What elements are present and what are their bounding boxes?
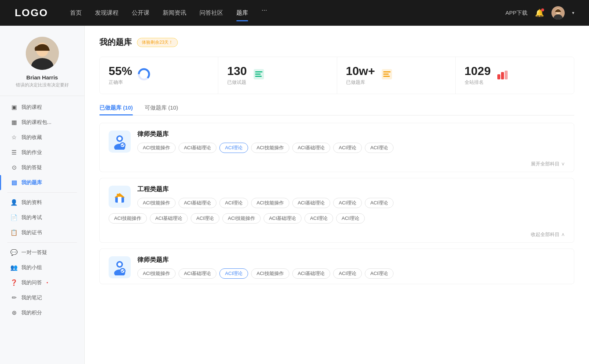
bank-2-tags: ACI技能操作 ACI基础理论 ACI理论 ACI技能操作 ACI基础理论 AC…: [137, 268, 565, 279]
tab-available-banks[interactable]: 可做题库 (10): [145, 104, 178, 115]
bank-0-tag-4[interactable]: ACI基础理论: [292, 143, 331, 153]
bank-card-1: 工程类题库 ACI技能操作 ACI基础理论 ACI理论 ACI技能操作 ACI基…: [99, 178, 574, 243]
bank-card-2: 律师类题库 ACI技能操作 ACI基础理论 ACI理论 ACI技能操作 ACI基…: [99, 249, 574, 284]
bank-2-tag-5[interactable]: ACI理论: [333, 268, 362, 279]
bank-2-tag-2[interactable]: ACI理论: [219, 268, 248, 279]
svg-rect-15: [383, 76, 390, 77]
sidebar-item-my-points[interactable]: ⊛ 我的积分: [0, 305, 84, 320]
nav-news[interactable]: 新闻资讯: [163, 6, 186, 20]
sidebar-item-my-course[interactable]: ▣ 我的课程: [0, 100, 84, 115]
bank-1-title: 工程类题库: [137, 185, 565, 193]
sidebar-item-favorites[interactable]: ☆ 我的收藏: [0, 130, 84, 145]
bank-0-tags: ACI技能操作 ACI基础理论 ACI理论 ACI技能操作 ACI基础理论 AC…: [137, 143, 565, 153]
bank-0-tag-1[interactable]: ACI基础理论: [179, 143, 217, 153]
bank-1-tag-6[interactable]: ACI理论: [365, 198, 394, 208]
bank-1-tag-1[interactable]: ACI基础理论: [179, 198, 217, 208]
sidebar-item-question-bank[interactable]: ▤ 我的题库: [0, 175, 84, 190]
sidebar-item-my-cert[interactable]: 📋 我的证书: [0, 225, 84, 240]
bank-1-tag-0[interactable]: ACI技能操作: [137, 198, 176, 208]
bank-1-extra-tag-4[interactable]: ACI基础理论: [264, 213, 302, 224]
app-download-link[interactable]: APP下载: [505, 10, 528, 17]
svg-rect-25: [118, 197, 121, 203]
question-badge: ●: [46, 281, 48, 284]
bank-1-tag-3[interactable]: ACI技能操作: [251, 198, 289, 208]
nav-qa[interactable]: 问答社区: [200, 6, 223, 20]
question-bank-icon: ▤: [10, 179, 18, 186]
avatar-image: [551, 6, 565, 19]
stat-done-label: 已做试题: [227, 79, 247, 86]
bank-1-footer: 收起全部科目 ∧: [100, 229, 574, 242]
bank-1-tag-5[interactable]: ACI理论: [333, 198, 362, 208]
navbar-right: APP下载 🔔 ▾: [505, 6, 574, 19]
bank-1-extra-tag-0[interactable]: ACI技能操作: [109, 213, 147, 224]
notification-dot: [541, 8, 544, 11]
avatar[interactable]: [551, 6, 565, 19]
stat-rank-icon: [496, 68, 509, 83]
avatar-caret[interactable]: ▾: [572, 10, 574, 15]
nav-qbank[interactable]: 题库: [236, 6, 248, 20]
bank-card-2-header: 律师类题库 ACI技能操作 ACI基础理论 ACI理论 ACI技能操作 ACI基…: [100, 249, 574, 284]
bank-0-icon: [109, 131, 131, 153]
bank-1-icon: [109, 186, 131, 208]
sidebar-divider-1: [7, 192, 77, 193]
bank-2-icon: [109, 256, 131, 278]
svg-rect-17: [501, 72, 504, 79]
bank-2-title: 律师类题库: [137, 256, 565, 264]
bank-1-extra-tag-5[interactable]: ACI理论: [304, 213, 333, 224]
expand-bank-0[interactable]: 展开全部科目 ∨: [531, 161, 565, 167]
bank-2-tag-1[interactable]: ACI基础理论: [179, 268, 217, 279]
course-package-icon: ▦: [10, 119, 18, 126]
svg-point-29: [118, 263, 121, 266]
stat-rank: 1029 全站排名: [456, 57, 574, 94]
nav-open-course[interactable]: 公开课: [132, 6, 149, 20]
bank-1-extra-tag-6[interactable]: ACI理论: [336, 213, 365, 224]
bank-0-tag-6[interactable]: ACI理论: [365, 143, 394, 153]
sidebar-item-my-group[interactable]: 👥 我的小组: [0, 260, 84, 275]
bank-1-tag-2[interactable]: ACI理论: [219, 198, 248, 208]
sidebar-divider-2: [7, 242, 77, 243]
bank-2-tag-3[interactable]: ACI技能操作: [251, 268, 289, 279]
logo[interactable]: LOGO: [15, 7, 48, 19]
stat-done-icon: [252, 68, 265, 83]
sidebar-item-homework[interactable]: ☰ 我的作业: [0, 145, 84, 160]
bank-1-extra-tag-2[interactable]: ACI理论: [191, 213, 219, 224]
sidebar-item-my-qa[interactable]: ⊙ 我的答疑: [0, 160, 84, 175]
sidebar-item-my-questions[interactable]: ❓ 我的问答 ●: [0, 275, 84, 290]
bank-2-tag-6[interactable]: ACI理论: [365, 268, 394, 279]
my-cert-icon: 📋: [10, 229, 18, 236]
sidebar-item-my-exam[interactable]: 📄 我的考试: [0, 210, 84, 225]
sidebar-item-my-notes[interactable]: ✏ 我的笔记: [0, 290, 84, 305]
stats-row: 55% 正确率 130 已做试题: [99, 57, 574, 94]
bank-0-tag-2[interactable]: ACI理论: [219, 143, 248, 153]
svg-rect-13: [383, 71, 391, 72]
sidebar-item-course-package[interactable]: ▦ 我的课程包...: [0, 115, 84, 130]
collapse-bank-1[interactable]: 收起全部科目 ∧: [531, 232, 565, 237]
nav-home[interactable]: 首页: [70, 6, 82, 20]
bank-card-1-extra: ACI技能操作 ACI基础理论 ACI理论 ACI技能操作 ACI基础理论 AC…: [100, 213, 574, 229]
bank-card-0-header: 律师类题库 ACI技能操作 ACI基础理论 ACI理论 ACI技能操作 ACI基…: [100, 123, 574, 158]
tab-done-banks[interactable]: 已做题库 (10): [99, 104, 133, 115]
nav-more[interactable]: ···: [261, 6, 267, 20]
sidebar-item-my-material[interactable]: 👤 我的资料: [0, 195, 84, 210]
stat-rank-label: 全站排名: [465, 79, 491, 86]
sidebar-item-one-on-one[interactable]: 💬 一对一答疑: [0, 245, 84, 260]
bank-1-tag-4[interactable]: ACI基础理论: [292, 198, 331, 208]
profile-avatar: [26, 37, 59, 70]
stat-banks-label: 已做题库: [346, 79, 375, 86]
bank-2-tag-0[interactable]: ACI技能操作: [137, 268, 176, 279]
bank-2-tag-4[interactable]: ACI基础理论: [292, 268, 331, 279]
sidebar-profile: Brian Harris 错误的决定比没有决定要好: [0, 37, 84, 96]
bank-0-footer: 展开全部科目 ∨: [100, 158, 574, 172]
homework-icon: ☰: [10, 149, 18, 156]
svg-rect-14: [383, 74, 389, 75]
bank-0-tag-5[interactable]: ACI理论: [333, 143, 362, 153]
bank-1-extra-tag-3[interactable]: ACI技能操作: [222, 213, 261, 224]
notification-bell[interactable]: 🔔: [535, 8, 544, 17]
bank-1-extra-tag-1[interactable]: ACI基础理论: [150, 213, 188, 224]
trial-badge: 体验剩余23天！: [137, 38, 178, 47]
sidebar: Brian Harris 错误的决定比没有决定要好 ▣ 我的课程 ▦ 我的课程包…: [0, 26, 85, 364]
my-exam-icon: 📄: [10, 214, 18, 221]
nav-courses[interactable]: 发现课程: [95, 6, 119, 20]
bank-0-tag-3[interactable]: ACI技能操作: [251, 143, 289, 153]
bank-0-tag-0[interactable]: ACI技能操作: [137, 143, 176, 153]
